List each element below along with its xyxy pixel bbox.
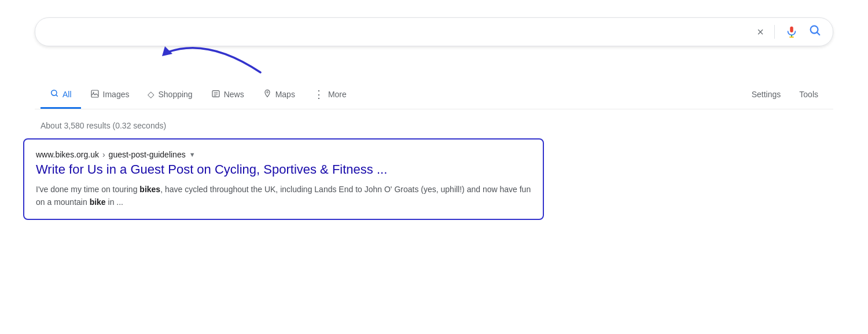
result-breadcrumb: guest-post-guidelines bbox=[109, 150, 186, 159]
tab-all-label: All bbox=[62, 90, 72, 99]
tab-news[interactable]: News bbox=[202, 82, 253, 109]
shopping-icon: ◇ bbox=[148, 89, 155, 100]
search-input[interactable]: inurl:guest-post cycling bbox=[47, 26, 757, 38]
svg-point-14 bbox=[266, 91, 268, 93]
nav-tabs-right: Settings Tools bbox=[742, 83, 827, 107]
tab-news-label: News bbox=[224, 90, 244, 99]
tab-tools[interactable]: Tools bbox=[790, 83, 827, 108]
svg-line-4 bbox=[817, 32, 819, 35]
tab-settings-label: Settings bbox=[752, 90, 781, 99]
result-site: www.bikes.org.uk bbox=[36, 150, 99, 159]
search-results: www.bikes.org.uk › guest-post-guidelines… bbox=[23, 138, 544, 220]
tab-tools-label: Tools bbox=[799, 90, 818, 99]
tab-all[interactable]: All bbox=[41, 82, 81, 109]
search-bar: inurl:guest-post cycling × bbox=[35, 17, 833, 46]
maps-icon bbox=[263, 89, 272, 100]
news-icon bbox=[211, 89, 220, 100]
svg-line-7 bbox=[56, 95, 58, 97]
count-text: About 3,580 results (0.32 seconds) bbox=[41, 121, 166, 130]
tab-more[interactable]: ⋮ More bbox=[304, 81, 356, 109]
annotation-arrow bbox=[35, 46, 833, 81]
nav-tabs: All Images ◇ Shopping News bbox=[35, 81, 833, 109]
svg-rect-0 bbox=[790, 27, 793, 32]
tab-shopping-label: Shopping bbox=[158, 90, 192, 99]
tab-shopping[interactable]: ◇ Shopping bbox=[138, 82, 201, 108]
tab-settings[interactable]: Settings bbox=[742, 83, 790, 108]
tab-more-label: More bbox=[328, 90, 347, 99]
all-search-icon bbox=[50, 89, 59, 100]
url-separator: › bbox=[102, 150, 105, 159]
result-url-line: www.bikes.org.uk › guest-post-guidelines… bbox=[36, 150, 531, 159]
divider bbox=[774, 25, 775, 39]
tab-maps-label: Maps bbox=[275, 90, 295, 99]
search-icons: × bbox=[757, 24, 821, 40]
dropdown-arrow-icon[interactable]: ▼ bbox=[189, 151, 196, 158]
result-title[interactable]: Write for Us in a Guest Post on Cycling,… bbox=[36, 162, 531, 178]
clear-icon[interactable]: × bbox=[757, 25, 764, 39]
results-count: About 3,580 results (0.32 seconds) bbox=[35, 121, 833, 130]
mic-icon[interactable] bbox=[785, 24, 798, 40]
images-icon bbox=[90, 89, 100, 100]
tab-images[interactable]: Images bbox=[81, 82, 139, 109]
svg-point-9 bbox=[93, 91, 94, 93]
tab-maps[interactable]: Maps bbox=[253, 82, 304, 109]
more-icon: ⋮ bbox=[314, 88, 325, 101]
svg-rect-8 bbox=[91, 90, 98, 97]
result-card-0: www.bikes.org.uk › guest-post-guidelines… bbox=[23, 138, 544, 220]
search-button[interactable] bbox=[808, 24, 821, 40]
result-snippet: I've done my time on touring bikes, have… bbox=[36, 183, 531, 208]
tab-images-label: Images bbox=[103, 90, 130, 99]
